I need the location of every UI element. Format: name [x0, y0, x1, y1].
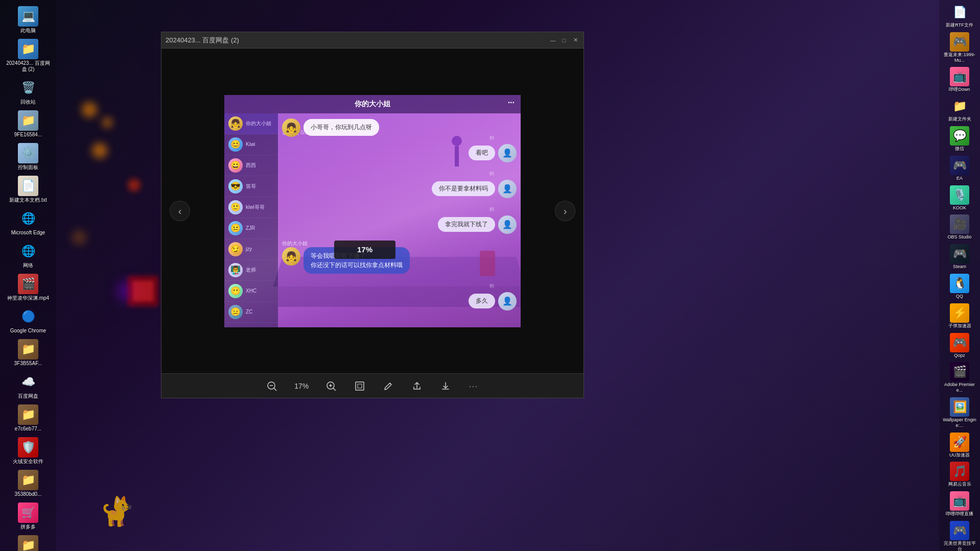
wanmei-icon: 🎮	[950, 521, 969, 540]
right-icon-wanmei[interactable]: 🎮 完美世界竞技平台	[941, 519, 978, 551]
chrome-icon: 🔵	[18, 306, 38, 327]
right-icon-uu[interactable]: 🚀 UU加速器	[941, 431, 978, 460]
chat-list-item-zjr[interactable]: 😐 ZJR	[224, 218, 278, 239]
kook-label: KOOK	[953, 205, 966, 211]
bilibili-label: 哔哩哔哩直播	[946, 511, 973, 517]
desktop-icon-computer[interactable]: 💻 此电脑	[2, 4, 54, 36]
wallpaper-icon: 🖼️	[950, 397, 969, 417]
right-icon-accelerator[interactable]: ⚡ 子弹加速器	[941, 302, 978, 330]
zoom-in-button[interactable]	[322, 379, 340, 393]
folder2-icon: 📁	[18, 339, 38, 360]
chat-list-item-daxiaojie[interactable]: 👧 你的大小姐	[224, 113, 278, 134]
folder4-icon: 📁	[18, 470, 38, 490]
right-icon-new-folder[interactable]: 📁 新建文件夹	[941, 95, 978, 124]
right-icon-netease[interactable]: 🎵 网易云音乐	[941, 460, 978, 489]
progress-overlay: 17%	[334, 241, 395, 259]
share-button[interactable]	[408, 379, 426, 393]
folder4-label: 35380bd0...	[15, 491, 42, 497]
msg-row-1: 👧 小哥哥，你玩到几点呀	[282, 118, 379, 137]
qq-label: QQ	[956, 294, 963, 299]
new-folder-icon: 📁	[950, 97, 969, 116]
avatar-right1: 👤	[498, 144, 517, 162]
fit-button[interactable]	[351, 379, 369, 393]
chat-list-item-xhc[interactable]: 😶 XHC	[224, 281, 278, 302]
desktop-icon-chrome[interactable]: 🔵 Google Chrome	[2, 304, 54, 336]
next-arrow[interactable]: ›	[555, 201, 575, 221]
desktop-icon-security[interactable]: 🛡️ 火绒安全软件	[2, 435, 54, 467]
right-icon-obs[interactable]: 🎥 OBS Studio	[941, 213, 978, 242]
kook-icon: 🎙️	[950, 185, 969, 205]
desktop-icon-folder1[interactable]: 📁 9FE16584...	[2, 108, 54, 140]
video-label: 神里凌华深渊.mp4	[7, 295, 49, 301]
desktop-icon-video[interactable]: 🎬 神里凌华深渊.mp4	[2, 272, 54, 303]
wechat-label: 微信	[955, 146, 964, 152]
right-icon-wechat[interactable]: 💬 微信	[941, 125, 978, 153]
prev-arrow[interactable]: ‹	[170, 201, 190, 221]
right-icon-qopz[interactable]: 🎮 Qopz	[941, 331, 978, 360]
desktop-icon-edge[interactable]: 🌐 Microsoft Edge	[2, 206, 54, 238]
zoom-out-button[interactable]	[263, 379, 281, 393]
wechat-icon: 💬	[950, 126, 969, 146]
chat-list-item-kiwi[interactable]: 😊 Kiwi	[224, 134, 278, 155]
chat-list-item-laoshi[interactable]: 👨‍🏫 老师	[224, 260, 278, 281]
new-rtf-label: 新建RTF文件	[946, 22, 973, 28]
more-button[interactable]: ···	[465, 380, 482, 392]
chat-list: 👧 你的大小姐 😊 Kiwi 😄	[224, 113, 278, 327]
recycle-label: 回收站	[20, 99, 36, 105]
minimize-button[interactable]: —	[549, 36, 557, 44]
desktop-icon-textdoc[interactable]: 📄 新建文本文档.txt	[2, 174, 54, 205]
desktop-icon-folder3[interactable]: 📁 e7c6eb77...	[2, 402, 54, 434]
chat-list-item-zc[interactable]: 😑 ZC	[224, 302, 278, 323]
desktop-icon-network[interactable]: 🌐 网络	[2, 239, 54, 271]
new-folder-label: 新建文件夹	[948, 116, 971, 122]
desktop-icon-folder5[interactable]: 📁 8a744be5...	[2, 533, 54, 551]
desktop-icon-control[interactable]: ⚙️ 控制面板	[2, 141, 54, 173]
progress-value: 17%	[357, 245, 372, 254]
window-title: 20240423... 百度网盘 (2)	[166, 36, 239, 45]
chat-more-button[interactable]: ···	[508, 98, 515, 107]
sender-qiao-4: 鞘	[489, 283, 494, 290]
right-icon-bili-down[interactable]: 📺 哔哩Down	[941, 65, 978, 94]
desktop-icon-folder2[interactable]: 📁 3F3B55AF...	[2, 337, 54, 369]
edge-icon: 🌐	[18, 208, 38, 229]
desktop-icon-pinduoduo[interactable]: 🛒 拼多多	[2, 500, 54, 532]
bokeh-decor	[82, 102, 97, 117]
right-icon-qq[interactable]: 🐧 QQ	[941, 272, 978, 301]
right-icon-new-rtf[interactable]: 📄 新建RTF文件	[941, 1, 978, 30]
chat-list-item-dige[interactable]: 😎 笛哥	[224, 176, 278, 197]
desktop-icon-baidu-cloud[interactable]: ☁️ 百度网盘	[2, 370, 54, 401]
wanmei-label: 完美世界竞技平台	[943, 541, 976, 551]
right-icon-premiere[interactable]: 🎬 Adobe Premiere...	[941, 361, 978, 395]
control-label: 控制面板	[18, 164, 38, 171]
chat-name-xhc: XHC	[246, 288, 256, 294]
download-button[interactable]	[436, 379, 455, 393]
uu-icon: 🚀	[950, 433, 969, 452]
desktop-icon-folder4[interactable]: 📁 35380bd0...	[2, 468, 54, 499]
right-icon-wallpaper[interactable]: 🖼️ Wallpaper Engine:...	[941, 396, 978, 430]
desktop-icon-recycle[interactable]: 🗑️ 回收站	[2, 76, 54, 107]
right-icon-bilibili[interactable]: 📺 哔哩哔哩直播	[941, 490, 978, 518]
right-icon-game1[interactable]: 🎮 重返未来:1999-Mu...	[941, 31, 978, 65]
desktop-icon-baidu[interactable]: 📁 20240423... 百度网盘 (2)	[2, 37, 54, 75]
share-icon	[412, 381, 422, 391]
game1-icon: 🎮	[950, 32, 969, 52]
bokeh-decor	[102, 117, 112, 128]
edit-button[interactable]	[379, 379, 398, 393]
window-titlebar: 20240423... 百度网盘 (2) — □ ✕	[161, 32, 584, 49]
chat-list-item-kiwigege[interactable]: 🙂 kiwi哥哥	[224, 197, 278, 218]
maximize-button[interactable]: □	[560, 36, 568, 44]
qq-icon: 🐧	[950, 274, 969, 293]
zoom-out-icon	[267, 381, 277, 391]
right-icon-kook[interactable]: 🎙️ KOOK	[941, 184, 978, 212]
chat-list-item-xixi[interactable]: 😄 西西	[224, 155, 278, 176]
right-icon-steam[interactable]: 🎮 Steam	[941, 243, 978, 271]
right-icon-ea[interactable]: 🎮 EA	[941, 154, 978, 183]
svg-rect-8	[358, 384, 362, 388]
ea-icon: 🎮	[950, 156, 969, 175]
avatar-daxiaojie: 👧	[228, 116, 243, 131]
folder3-icon: 📁	[18, 404, 38, 425]
new-rtf-icon: 📄	[950, 3, 969, 22]
chat-list-item-jzy[interactable]: 😏 jzy	[224, 239, 278, 260]
baidu-cloud-label: 百度网盘	[18, 393, 38, 399]
close-button[interactable]: ✕	[571, 36, 579, 44]
